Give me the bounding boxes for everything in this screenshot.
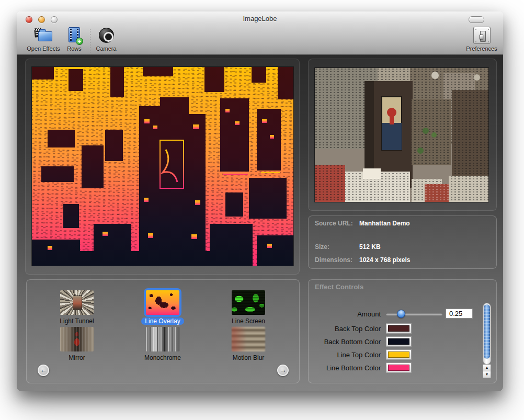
scroll-down-button[interactable]: ▼: [483, 371, 491, 378]
effect-item-mirror[interactable]: Mirror: [38, 325, 116, 361]
toolbar-pill-button[interactable]: [469, 16, 484, 23]
monochrome-thumbnail: [146, 327, 179, 351]
line-top-color-well[interactable]: [386, 349, 412, 360]
effect-item-light-tunnel[interactable]: Light Tunnel: [38, 288, 116, 325]
amount-label: Amount: [309, 310, 381, 318]
light-switch-icon: [472, 27, 491, 44]
controls-scrollbar[interactable]: ▲ ▼: [483, 303, 491, 378]
minimize-button[interactable]: [38, 16, 45, 23]
effects-prev-button[interactable]: ←: [38, 365, 49, 376]
line-screen-thumbnail: [232, 290, 265, 315]
window-title: ImageLobe: [17, 15, 503, 22]
info-row-size: Size: 512 KB: [309, 243, 496, 252]
line-bottom-color-well[interactable]: [386, 362, 412, 373]
preferences-button[interactable]: Preferences: [459, 27, 504, 52]
light-tunnel-thumbnail: [60, 290, 94, 315]
back-top-color-label: Back Top Color: [309, 325, 381, 333]
scrollbar-thumb[interactable]: [484, 304, 490, 359]
rows-label: Rows: [67, 46, 82, 52]
imagelobe-window: ImageLobe Open Effects + Rows: [17, 12, 503, 391]
back-bottom-color-label: Back Bottom Color: [309, 338, 381, 346]
effect-controls-title: Effect Controls: [315, 283, 363, 291]
slider-track: [386, 313, 442, 315]
camera-button[interactable]: Camera: [84, 27, 129, 52]
mirror-thumbnail: [60, 327, 94, 351]
size-label: Size:: [315, 243, 329, 251]
window-content: Source URL: Manhattan Demo Size: 512 KB …: [17, 55, 503, 391]
desktop: ImageLobe Open Effects + Rows: [0, 0, 524, 420]
right-arrow-icon: →: [280, 366, 287, 374]
filmstrip-add-icon: +: [65, 27, 84, 44]
back-top-color-swatch: [388, 325, 409, 332]
motion-blur-label: Motion Blur: [229, 354, 268, 361]
slider-thumb[interactable]: [397, 310, 405, 318]
window-header: ImageLobe Open Effects + Rows: [17, 12, 503, 55]
up-arrow-icon: ▲: [485, 366, 489, 369]
effect-preview-image: [32, 67, 293, 266]
amount-slider[interactable]: [386, 310, 442, 318]
source-url-label: Source URL:: [315, 220, 353, 227]
line-overlay-label: Line Overlay: [141, 317, 184, 325]
scrollbar-track[interactable]: [483, 303, 491, 365]
back-top-color-well[interactable]: [386, 323, 412, 334]
info-row-dimensions: Dimensions: 1024 x 768 pixels: [309, 256, 496, 265]
line-top-color-swatch: [388, 351, 409, 358]
dimensions-value: 1024 x 768 pixels: [359, 256, 410, 264]
effect-item-line-screen[interactable]: Line Screen: [209, 288, 288, 325]
line-top-color-label: Line Top Color: [309, 351, 381, 359]
scroll-up-button[interactable]: ▲: [483, 365, 491, 371]
effect-item-line-overlay[interactable]: Line Overlay: [123, 288, 202, 325]
effect-item-motion-blur[interactable]: Motion Blur: [209, 325, 288, 361]
mirror-label: Mirror: [65, 354, 88, 361]
source-image: [315, 68, 488, 202]
line-screen-label: Line Screen: [228, 317, 269, 325]
source-url-value: Manhattan Demo: [359, 220, 410, 227]
back-bottom-color-swatch: [388, 338, 409, 345]
line-overlay-thumbnail: [146, 290, 179, 315]
traffic-lights: [26, 16, 58, 23]
zoom-button[interactable]: [51, 16, 58, 23]
back-bottom-color-well[interactable]: [386, 336, 412, 347]
motion-blur-thumbnail: [232, 327, 265, 351]
size-value: 512 KB: [359, 243, 381, 251]
dimensions-label: Dimensions:: [315, 256, 352, 264]
open-effects-icon: [34, 27, 53, 44]
effects-browser-panel: Light Tunnel Line Overlay Line Screen Mi…: [26, 279, 300, 383]
line-bottom-color-label: Line Bottom Color: [309, 364, 381, 372]
effects-next-button[interactable]: →: [277, 365, 289, 376]
left-arrow-icon: ←: [40, 366, 47, 374]
close-button[interactable]: [26, 16, 32, 23]
down-arrow-icon: ▼: [485, 372, 489, 376]
source-image-panel: [308, 59, 497, 211]
effect-preview-panel: [25, 59, 300, 275]
line-bottom-color-swatch: [388, 365, 409, 371]
monochrome-label: Monochrome: [141, 354, 185, 361]
preferences-label: Preferences: [466, 46, 497, 52]
amount-value-field[interactable]: [446, 309, 473, 319]
info-row-source-url: Source URL: Manhattan Demo: [309, 220, 496, 228]
source-info-panel: Source URL: Manhattan Demo Size: 512 KB …: [308, 215, 497, 269]
camera-label: Camera: [96, 46, 116, 52]
camera-icon: [97, 27, 116, 44]
effect-controls-panel: Effect Controls Amount Back Top Color Ba…: [308, 279, 497, 383]
light-tunnel-label: Light Tunnel: [56, 317, 97, 325]
effect-item-monochrome[interactable]: Monochrome: [123, 325, 202, 361]
